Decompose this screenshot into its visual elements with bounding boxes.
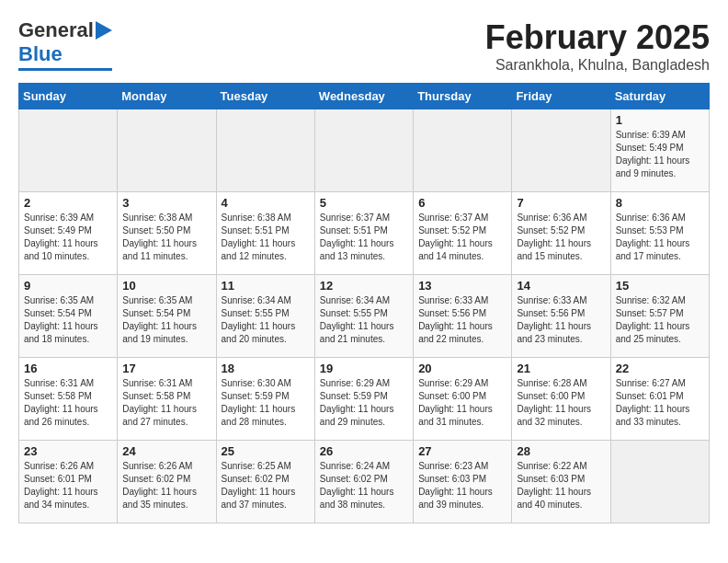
day-info: Sunrise: 6:31 AM Sunset: 5:58 PM Dayligh… [122,377,210,429]
calendar-cell: 2Sunrise: 6:39 AM Sunset: 5:49 PM Daylig… [19,192,118,275]
day-info: Sunrise: 6:39 AM Sunset: 5:49 PM Dayligh… [24,212,112,263]
calendar-cell: 25Sunrise: 6:25 AM Sunset: 6:02 PM Dayli… [216,441,314,523]
calendar-cell: 27Sunrise: 6:23 AM Sunset: 6:03 PM Dayli… [414,441,512,523]
day-number: 14 [517,279,605,293]
logo-line [18,68,112,71]
day-info: Sunrise: 6:39 AM Sunset: 5:49 PM Dayligh… [616,129,704,180]
header-day-saturday: Saturday [610,84,709,109]
day-number: 17 [122,362,210,375]
calendar-cell [512,109,610,192]
calendar-cell: 4Sunrise: 6:38 AM Sunset: 5:51 PM Daylig… [216,192,314,275]
calendar-cell: 14Sunrise: 6:33 AM Sunset: 5:56 PM Dayli… [512,275,610,358]
calendar-body: 1Sunrise: 6:39 AM Sunset: 5:49 PM Daylig… [19,109,710,523]
calendar-cell: 22Sunrise: 6:27 AM Sunset: 6:01 PM Dayli… [610,358,709,441]
day-info: Sunrise: 6:31 AM Sunset: 5:58 PM Dayligh… [24,377,112,429]
calendar-cell: 21Sunrise: 6:28 AM Sunset: 6:00 PM Dayli… [512,358,610,441]
day-info: Sunrise: 6:28 AM Sunset: 6:00 PM Dayligh… [517,377,605,429]
week-row-5: 23Sunrise: 6:26 AM Sunset: 6:01 PM Dayli… [19,441,710,523]
location-title: Sarankhola, Khulna, Bangladesh [485,57,710,74]
day-number: 12 [320,279,408,293]
day-number: 11 [222,279,310,293]
calendar-cell: 5Sunrise: 6:37 AM Sunset: 5:51 PM Daylig… [314,192,413,275]
month-title: February 2025 [485,18,710,57]
logo-blue-text: Blue [18,42,63,66]
logo-general-text: General [18,18,94,42]
logo-arrow-icon [96,21,112,40]
calendar-cell [314,109,413,192]
calendar-cell: 19Sunrise: 6:29 AM Sunset: 5:59 PM Dayli… [314,358,413,441]
page-header: General Blue February 2025 Sarankhola, K… [18,18,710,74]
day-info: Sunrise: 6:38 AM Sunset: 5:51 PM Dayligh… [222,212,310,263]
day-info: Sunrise: 6:36 AM Sunset: 5:53 PM Dayligh… [616,212,704,263]
calendar-cell: 12Sunrise: 6:34 AM Sunset: 5:55 PM Dayli… [314,275,413,358]
header-day-thursday: Thursday [414,84,512,109]
day-info: Sunrise: 6:34 AM Sunset: 5:55 PM Dayligh… [222,294,310,346]
calendar-table: SundayMondayTuesdayWednesdayThursdayFrid… [18,83,710,523]
day-number: 28 [517,444,605,458]
calendar-cell: 13Sunrise: 6:33 AM Sunset: 5:56 PM Dayli… [414,275,512,358]
day-number: 7 [517,196,605,210]
day-number: 3 [122,196,210,210]
day-info: Sunrise: 6:37 AM Sunset: 5:51 PM Dayligh… [320,212,408,263]
day-number: 25 [222,444,310,458]
day-info: Sunrise: 6:22 AM Sunset: 6:03 PM Dayligh… [517,460,605,511]
calendar-cell: 28Sunrise: 6:22 AM Sunset: 6:03 PM Dayli… [512,441,610,523]
day-number: 13 [418,279,506,293]
day-info: Sunrise: 6:32 AM Sunset: 5:57 PM Dayligh… [616,294,704,346]
calendar-header: SundayMondayTuesdayWednesdayThursdayFrid… [19,84,710,109]
day-number: 9 [24,279,112,293]
day-info: Sunrise: 6:26 AM Sunset: 6:02 PM Dayligh… [122,460,210,511]
day-info: Sunrise: 6:34 AM Sunset: 5:55 PM Dayligh… [320,294,408,346]
header-day-sunday: Sunday [19,84,118,109]
day-number: 10 [122,279,210,293]
calendar-cell [414,109,512,192]
calendar-cell: 6Sunrise: 6:37 AM Sunset: 5:52 PM Daylig… [414,192,512,275]
day-number: 24 [122,444,210,458]
calendar-cell: 9Sunrise: 6:35 AM Sunset: 5:54 PM Daylig… [19,275,118,358]
day-number: 16 [24,362,112,375]
week-row-2: 2Sunrise: 6:39 AM Sunset: 5:49 PM Daylig… [19,192,710,275]
day-number: 6 [418,196,506,210]
calendar-cell: 1Sunrise: 6:39 AM Sunset: 5:49 PM Daylig… [610,109,709,192]
week-row-4: 16Sunrise: 6:31 AM Sunset: 5:58 PM Dayli… [19,358,710,441]
calendar-cell [19,109,118,192]
calendar-cell: 24Sunrise: 6:26 AM Sunset: 6:02 PM Dayli… [118,441,216,523]
day-info: Sunrise: 6:33 AM Sunset: 5:56 PM Dayligh… [517,294,605,346]
calendar-cell: 26Sunrise: 6:24 AM Sunset: 6:02 PM Dayli… [314,441,413,523]
calendar-cell: 11Sunrise: 6:34 AM Sunset: 5:55 PM Dayli… [216,275,314,358]
day-info: Sunrise: 6:38 AM Sunset: 5:50 PM Dayligh… [122,212,210,263]
day-info: Sunrise: 6:35 AM Sunset: 5:54 PM Dayligh… [24,294,112,346]
calendar-cell: 15Sunrise: 6:32 AM Sunset: 5:57 PM Dayli… [610,275,709,358]
calendar-cell [216,109,314,192]
day-info: Sunrise: 6:37 AM Sunset: 5:52 PM Dayligh… [418,212,506,263]
day-number: 23 [24,444,112,458]
calendar-cell [610,441,709,523]
calendar-cell: 3Sunrise: 6:38 AM Sunset: 5:50 PM Daylig… [118,192,216,275]
day-info: Sunrise: 6:27 AM Sunset: 6:01 PM Dayligh… [616,377,704,429]
day-info: Sunrise: 6:29 AM Sunset: 5:59 PM Dayligh… [320,377,408,429]
day-info: Sunrise: 6:35 AM Sunset: 5:54 PM Dayligh… [122,294,210,346]
day-info: Sunrise: 6:23 AM Sunset: 6:03 PM Dayligh… [418,460,506,511]
title-section: February 2025 Sarankhola, Khulna, Bangla… [485,18,710,74]
day-number: 27 [418,444,506,458]
calendar-cell: 18Sunrise: 6:30 AM Sunset: 5:59 PM Dayli… [216,358,314,441]
header-day-friday: Friday [512,84,610,109]
day-info: Sunrise: 6:25 AM Sunset: 6:02 PM Dayligh… [222,460,310,511]
day-info: Sunrise: 6:29 AM Sunset: 6:00 PM Dayligh… [418,377,506,429]
header-day-tuesday: Tuesday [216,84,314,109]
calendar-cell: 17Sunrise: 6:31 AM Sunset: 5:58 PM Dayli… [118,358,216,441]
header-day-monday: Monday [118,84,216,109]
day-number: 22 [616,362,704,375]
day-info: Sunrise: 6:26 AM Sunset: 6:01 PM Dayligh… [24,460,112,511]
day-number: 8 [616,196,704,210]
logo: General Blue [18,18,112,71]
calendar-cell: 16Sunrise: 6:31 AM Sunset: 5:58 PM Dayli… [19,358,118,441]
day-number: 26 [320,444,408,458]
day-info: Sunrise: 6:33 AM Sunset: 5:56 PM Dayligh… [418,294,506,346]
day-number: 20 [418,362,506,375]
day-number: 18 [222,362,310,375]
calendar-cell [118,109,216,192]
day-number: 15 [616,279,704,293]
day-info: Sunrise: 6:36 AM Sunset: 5:52 PM Dayligh… [517,212,605,263]
day-number: 4 [222,196,310,210]
